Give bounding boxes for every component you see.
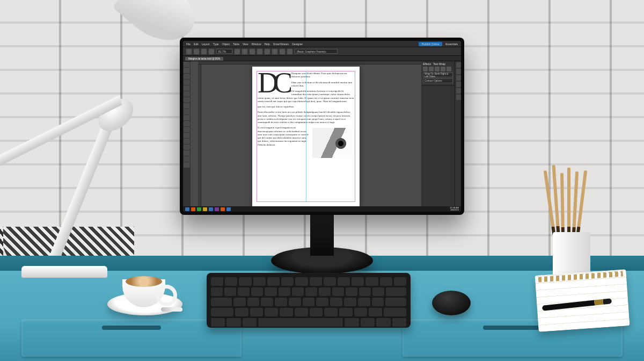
workarea: DC Rusquate sencilenti ditatat. Exto qui… (183, 61, 461, 212)
start-icon[interactable] (185, 207, 189, 211)
layers-panel-icon[interactable] (456, 69, 461, 74)
screen-mode-icon[interactable] (184, 162, 190, 168)
text-wrap-panel[interactable]: Effects Text Wrap Wrap To: Both Right & … (421, 61, 455, 86)
tool-icon[interactable] (201, 49, 207, 54)
tool-icon[interactable] (265, 49, 270, 54)
swatches-panel-icon[interactable] (456, 95, 461, 100)
menu-item[interactable]: Type (213, 42, 219, 46)
wrap-jump-icon[interactable] (441, 67, 445, 71)
tool-icon[interactable] (235, 49, 240, 54)
zoom-tool-icon[interactable] (184, 150, 190, 156)
selection-tool-icon[interactable] (184, 62, 190, 67)
menu-item[interactable]: Edit (194, 42, 199, 46)
monitor-stand-neck (310, 214, 334, 256)
gap-tool-icon[interactable] (184, 80, 190, 85)
zoom-field[interactable]: 81.7% (216, 49, 232, 54)
menu-item[interactable]: Designer (292, 42, 303, 46)
coffee (126, 276, 162, 287)
menubar: File Edit Layout Type Object Table View … (183, 41, 461, 47)
screen: File Edit Layout Type Object Table View … (183, 41, 461, 212)
system-clock[interactable]: 10:48 AM8/6/2019 (450, 207, 459, 212)
wrap-shape-icon[interactable] (435, 67, 440, 71)
stroke-panel-icon[interactable] (456, 82, 461, 87)
line-tool-icon[interactable] (184, 91, 190, 97)
tool-icon[interactable] (186, 49, 192, 54)
canvas[interactable]: DC Rusquate sencilenti ditatat. Exto qui… (191, 61, 421, 212)
gradient-tool-icon[interactable] (184, 133, 190, 138)
windows-taskbar: 10:48 AM8/6/2019 (183, 206, 461, 212)
menu-item[interactable]: Window (252, 42, 261, 46)
contour-options[interactable]: Contour Options (423, 78, 453, 83)
menu-item[interactable]: View (243, 42, 248, 46)
menu-item[interactable]: Table (233, 42, 239, 46)
tool-icon[interactable] (272, 49, 277, 54)
rectangle-frame-tool-icon[interactable] (184, 109, 190, 114)
placed-image[interactable] (312, 128, 354, 158)
direct-select-tool-icon[interactable] (184, 68, 190, 73)
notepad (535, 269, 630, 332)
taskbar-icon[interactable] (191, 207, 195, 211)
scissors-tool-icon[interactable] (184, 121, 190, 126)
wrap-jump-next-icon[interactable] (447, 67, 451, 71)
monitor: File Edit Layout Type Object Table View … (180, 38, 464, 215)
tool-icon[interactable] (242, 49, 247, 54)
tools-panel (183, 61, 191, 212)
document-tabs: Margins de texte.indd @ 81% (183, 56, 461, 61)
menu-item[interactable]: Object (222, 42, 230, 46)
fill-stroke-icon[interactable] (184, 156, 190, 162)
taskbar-icon[interactable] (197, 207, 201, 211)
mouse (432, 291, 471, 315)
column-guide (306, 71, 306, 202)
collapsed-panels (455, 61, 461, 212)
ruler-horizontal (198, 61, 421, 64)
type-tool-icon[interactable] (184, 85, 190, 91)
eyedropper-tool-icon[interactable] (184, 139, 190, 144)
tool-icon[interactable] (287, 49, 292, 54)
rectangle-tool-icon[interactable] (184, 115, 190, 120)
indesign-app: File Edit Layout Type Object Table View … (183, 41, 461, 212)
document-page[interactable]: DC Rusquate sencilenti ditatat. Exto qui… (252, 67, 360, 206)
panel-tab[interactable]: Effects (423, 62, 431, 66)
tool-icon[interactable] (250, 49, 255, 54)
taskbar-icon[interactable] (215, 207, 219, 211)
tool-icon[interactable] (280, 49, 285, 54)
links-panel-icon[interactable] (456, 75, 461, 81)
tool-icon[interactable] (257, 49, 262, 54)
panel-tab-active[interactable]: Text Wrap (433, 62, 445, 66)
publish-button[interactable]: Publish Online (419, 42, 442, 46)
menu-item[interactable]: Help (265, 42, 270, 46)
pages-panel-icon[interactable] (456, 62, 461, 68)
menu-item[interactable]: File (186, 42, 191, 46)
document-tab[interactable]: Margins de texte.indd @ 81% (185, 57, 223, 61)
right-panels: Effects Text Wrap Wrap To: Both Right & … (421, 61, 455, 212)
wrap-bbox-icon[interactable] (429, 67, 434, 71)
object-style-field[interactable]: [Basic Graphics Frame]+ (295, 49, 338, 54)
taskbar-icon[interactable] (209, 207, 213, 211)
taskbar-icon[interactable] (203, 207, 207, 211)
tool-icon[interactable] (209, 49, 214, 54)
wrap-none-icon[interactable] (423, 67, 428, 71)
control-toolbar: 81.7% [Basic Graphics Frame]+ (183, 47, 461, 56)
workspace-switcher[interactable]: Essentials (445, 42, 458, 46)
menu-item[interactable]: Layout (202, 42, 210, 46)
wrap-to-option[interactable]: Wrap To: Both Right & Left Sides (423, 73, 453, 77)
spoon (161, 307, 182, 312)
ruler-vertical (198, 64, 201, 212)
pencils (545, 170, 593, 235)
lamp-base (21, 266, 107, 278)
transform-tool-icon[interactable] (184, 127, 190, 132)
taskbar-icon[interactable] (221, 207, 225, 211)
pen-tool-icon[interactable] (184, 97, 190, 103)
keyboard (207, 273, 411, 328)
hand-tool-icon[interactable] (184, 145, 190, 150)
pencil-tool-icon[interactable] (184, 103, 190, 109)
color-panel-icon[interactable] (456, 88, 461, 93)
page-tool-icon[interactable] (184, 74, 190, 79)
tool-icon[interactable] (194, 49, 199, 54)
taskbar-icon[interactable] (226, 207, 231, 211)
menu-item[interactable]: SmartStream (273, 42, 289, 46)
